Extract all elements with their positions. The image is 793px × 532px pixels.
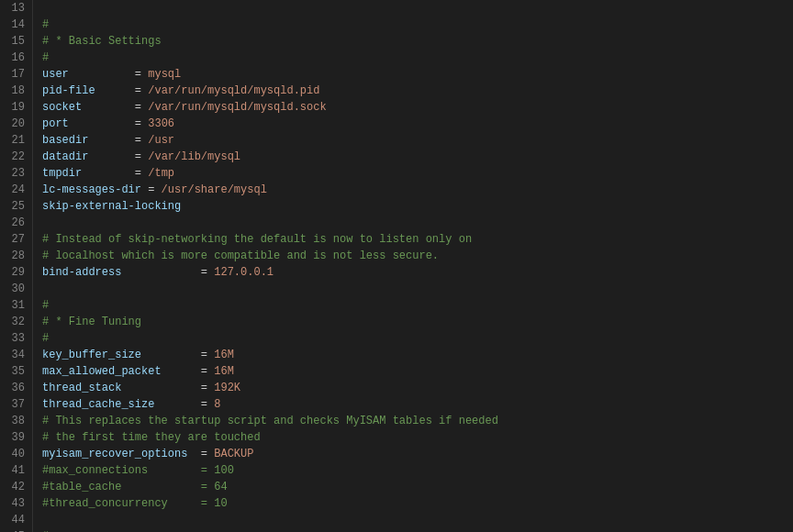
config-key: myisam_recover_options (42, 448, 201, 460)
line-number: 28 (7, 248, 25, 264)
code-line: thread_stack = 192K (42, 380, 793, 396)
line-number: 22 (7, 149, 25, 165)
line-number: 39 (7, 429, 25, 446)
config-value: 16M (207, 349, 234, 361)
config-operator: = (201, 266, 207, 279)
code-line: pid-file = /var/run/mysqld/mysqld.pid (42, 83, 793, 99)
config-operator: = (135, 68, 141, 81)
code-content[interactable]: ## * Basic Settings#user = mysqlpid-file… (33, 0, 793, 532)
config-operator: = (201, 365, 207, 378)
line-number: 20 (7, 116, 25, 132)
code-line: #thread_concurrency = 10 (42, 495, 793, 512)
config-key: user (42, 68, 135, 81)
config-key: socket (42, 101, 135, 114)
code-line: myisam_recover_options = BACKUP (42, 446, 793, 462)
config-value: BACKUP (207, 448, 253, 460)
line-number: 35 (7, 363, 25, 380)
code-line (42, 281, 793, 297)
line-number: 36 (7, 380, 25, 396)
code-line: port = 3306 (42, 116, 793, 132)
line-number: 26 (7, 215, 25, 231)
config-key: basedir (42, 134, 135, 147)
config-key: thread_stack (42, 382, 201, 394)
code-line: # the first time they are touched (42, 429, 793, 446)
line-number: 17 (7, 66, 25, 83)
code-line: # Instead of skip-networking the default… (42, 231, 793, 248)
code-line: #max_connections = 100 (42, 462, 793, 479)
config-operator: = (135, 84, 141, 97)
code-line: datadir = /var/lib/mysql (42, 149, 793, 165)
code-line: key_buffer_size = 16M (42, 347, 793, 363)
line-number: 40 (7, 446, 25, 462)
config-operator: = (135, 117, 141, 130)
code-line: user = mysql (42, 66, 793, 83)
line-number: 16 (7, 50, 25, 66)
line-number: 13 (7, 0, 25, 17)
config-value: /usr/share/mysql (154, 183, 266, 196)
config-key: bind-address (42, 266, 201, 279)
config-value: 192K (207, 382, 240, 394)
code-line (42, 215, 793, 231)
config-operator: = (201, 382, 207, 394)
code-line: socket = /var/run/mysqld/mysqld.sock (42, 99, 793, 116)
line-number: 42 (7, 479, 25, 495)
code-line: # localhost which is more compatible and… (42, 248, 793, 264)
config-operator: = (135, 150, 141, 163)
editor-container: 1314151617181920212223242526272829303132… (0, 0, 793, 532)
config-key: lc-messages-dir (42, 183, 148, 196)
line-number: 24 (7, 182, 25, 198)
line-number: 43 (7, 495, 25, 512)
config-value: 16M (207, 365, 234, 378)
config-value: /var/run/mysqld/mysqld.pid (141, 84, 319, 97)
line-number: 37 (7, 396, 25, 413)
line-number: 32 (7, 314, 25, 330)
code-line: # * Basic Settings (42, 33, 793, 50)
config-key: port (42, 117, 135, 130)
line-numbers: 1314151617181920212223242526272829303132… (0, 0, 33, 532)
line-number: 38 (7, 413, 25, 429)
line-number: 31 (7, 297, 25, 314)
line-number: 34 (7, 347, 25, 363)
code-line: basedir = /usr (42, 132, 793, 149)
config-value: 8 (207, 398, 220, 411)
code-line: # (42, 528, 793, 532)
config-operator: = (201, 398, 207, 411)
code-line: #table_cache = 64 (42, 479, 793, 495)
code-line: # (42, 50, 793, 66)
code-line: # (42, 17, 793, 33)
line-number: 21 (7, 132, 25, 149)
code-line: thread_cache_size = 8 (42, 396, 793, 413)
config-operator: = (201, 448, 207, 460)
line-number: 15 (7, 33, 25, 50)
line-number: 30 (7, 281, 25, 297)
config-key: thread_cache_size (42, 398, 201, 411)
code-line: tmpdir = /tmp (42, 165, 793, 182)
line-number: 25 (7, 198, 25, 215)
config-key: max_allowed_packet (42, 365, 201, 378)
line-number: 41 (7, 462, 25, 479)
code-line (42, 512, 793, 528)
code-line: # This replaces the startup script and c… (42, 413, 793, 429)
line-number: 27 (7, 231, 25, 248)
code-line: skip-external-locking (42, 198, 793, 215)
config-value: 127.0.0.1 (207, 266, 274, 279)
code-line: # (42, 330, 793, 347)
config-value: mysql (141, 68, 181, 81)
config-operator: = (135, 134, 141, 147)
config-operator: = (135, 101, 141, 114)
config-operator: = (201, 349, 207, 361)
config-value: /var/lib/mysql (141, 150, 240, 163)
code-line: # * Fine Tuning (42, 314, 793, 330)
config-value: 3306 (141, 117, 174, 130)
code-line: # (42, 297, 793, 314)
code-line: lc-messages-dir = /usr/share/mysql (42, 182, 793, 198)
line-number: 33 (7, 330, 25, 347)
code-line (42, 0, 793, 17)
config-operator: = (135, 167, 141, 180)
code-line: bind-address = 127.0.0.1 (42, 264, 793, 281)
config-key: key_buffer_size (42, 349, 201, 361)
code-line: max_allowed_packet = 16M (42, 363, 793, 380)
config-value: /tmp (141, 167, 174, 180)
config-value: /usr (141, 134, 174, 147)
line-number: 23 (7, 165, 25, 182)
